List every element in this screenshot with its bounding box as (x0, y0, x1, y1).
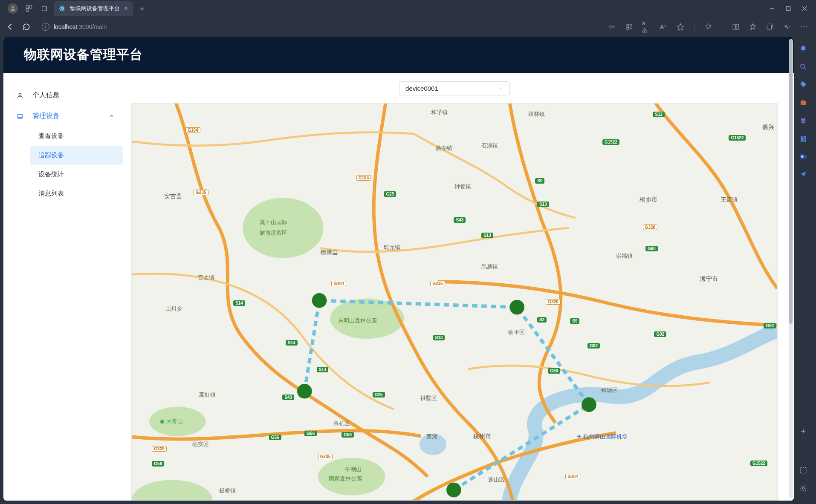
svg-point-22 (806, 26, 807, 27)
url-input[interactable]: i localhost:3000/main (38, 21, 602, 32)
chevron-up-icon (109, 112, 114, 120)
send-icon[interactable] (799, 170, 808, 179)
collections-icon[interactable] (766, 23, 774, 31)
search-sidebar-icon[interactable] (799, 62, 808, 72)
settings-icon[interactable] (799, 484, 808, 493)
svg-rect-3 (26, 9, 29, 12)
browser-tab-active[interactable]: 物联网设备管理平台 × (54, 1, 133, 16)
workspaces-icon[interactable] (25, 4, 33, 13)
shopping-tag-icon[interactable] (799, 80, 808, 89)
submenu-track-devices[interactable]: 追踪设备 (30, 146, 123, 165)
app-sidebar: 个人信息 管理设备 查看设备 追踪设备 设备统计 (3, 73, 127, 501)
screenshot-icon[interactable] (799, 466, 808, 475)
extensions-icon[interactable] (704, 23, 712, 31)
svg-point-13 (610, 26, 612, 28)
submenu-view-devices[interactable]: 查看设备 (30, 127, 123, 146)
svg-rect-18 (736, 24, 739, 29)
submenu-message-list[interactable]: 消息列表 (30, 184, 123, 203)
svg-point-33 (801, 156, 803, 157)
map-device-node[interactable] (446, 483, 461, 498)
svg-point-23 (19, 93, 21, 95)
svg-point-29 (132, 480, 212, 500)
svg-rect-14 (627, 24, 629, 26)
url-text: localhost:3000/main (54, 23, 107, 30)
menu-label: 个人信息 (32, 91, 60, 100)
games-icon[interactable] (799, 116, 808, 125)
user-icon (16, 92, 24, 99)
svg-point-31 (801, 64, 804, 68)
favorites-list-icon[interactable] (749, 23, 757, 31)
split-screen-icon[interactable] (732, 23, 740, 31)
submenu-device-stats[interactable]: 设备统计 (30, 165, 123, 184)
tabs-overview-icon[interactable] (40, 4, 49, 13)
password-icon[interactable] (608, 23, 616, 31)
svg-rect-16 (627, 27, 629, 29)
device-select-value: device0001 (405, 85, 438, 92)
office-icon[interactable] (799, 134, 808, 143)
new-tab-button[interactable]: ＋ (138, 3, 146, 14)
browser-addressbar: i localhost:3000/main aあ A⁺ (0, 17, 816, 37)
page-viewport: 物联网设备管理平台 个人信息 管理设备 (3, 37, 794, 501)
svg-point-25 (243, 198, 323, 258)
briefcase-icon[interactable] (799, 98, 808, 107)
svg-rect-24 (18, 114, 23, 117)
svg-rect-1 (26, 6, 29, 8)
svg-rect-17 (733, 24, 735, 29)
app-title: 物联网设备管理平台 (3, 37, 794, 73)
map-device-node[interactable] (312, 293, 327, 308)
tab-close-icon[interactable]: × (124, 5, 128, 12)
svg-point-21 (804, 26, 804, 27)
svg-point-20 (802, 26, 802, 27)
svg-point-30 (420, 434, 446, 455)
svg-rect-19 (767, 25, 772, 30)
svg-point-27 (149, 407, 205, 436)
nav-back-button[interactable] (5, 22, 15, 32)
map-device-node[interactable] (582, 397, 596, 412)
edge-right-sidebar (794, 37, 813, 501)
react-favicon-icon (59, 5, 66, 12)
page-scrollbar[interactable] (789, 39, 793, 498)
site-info-icon[interactable]: i (42, 23, 49, 31)
svg-rect-2 (29, 6, 32, 8)
svg-point-28 (318, 458, 385, 495)
reading-icon[interactable]: A⁺ (659, 23, 668, 31)
favorite-icon[interactable] (676, 23, 685, 31)
nav-refresh-button[interactable] (21, 22, 32, 32)
svg-rect-34 (800, 467, 806, 473)
scrollbar-thumb[interactable] (789, 39, 793, 324)
tab-title: 物联网设备管理平台 (70, 5, 120, 12)
map-device-node[interactable] (509, 300, 524, 315)
svg-point-35 (802, 487, 804, 490)
profile-avatar-icon[interactable] (8, 3, 18, 14)
menu-personal-info[interactable]: 个人信息 (8, 85, 123, 106)
svg-point-8 (62, 8, 63, 9)
svg-point-0 (12, 6, 14, 9)
svg-rect-15 (630, 24, 632, 26)
translate-icon[interactable]: aあ (642, 23, 651, 31)
window-minimize-button[interactable] (769, 6, 775, 12)
laptop-icon (16, 112, 24, 120)
menu-label: 管理设备 (32, 112, 60, 121)
outlook-icon[interactable] (799, 152, 808, 161)
add-sidebar-icon[interactable] (799, 426, 808, 436)
window-close-button[interactable] (802, 6, 807, 12)
device-select[interactable]: device0001 (399, 81, 510, 95)
svg-rect-4 (42, 6, 47, 11)
menu-manage-devices[interactable]: 管理设备 (8, 106, 123, 127)
notifications-icon[interactable] (799, 44, 808, 54)
browser-titlebar: 物联网设备管理平台 × ＋ (0, 0, 816, 17)
svg-rect-10 (787, 7, 790, 11)
map-canvas[interactable]: 安吉县德清县桐乡市海宁市杭州市嘉兴菱湖镇石淙镇和孚镇双林镇钟管镇乾元镇百丈镇山川… (131, 103, 778, 501)
performance-icon[interactable] (783, 23, 791, 31)
chevron-down-icon (498, 85, 503, 92)
menu-icon[interactable] (800, 23, 808, 31)
apps-icon[interactable] (625, 23, 634, 31)
window-maximize-button[interactable] (785, 6, 791, 12)
map-device-node[interactable] (297, 384, 312, 399)
